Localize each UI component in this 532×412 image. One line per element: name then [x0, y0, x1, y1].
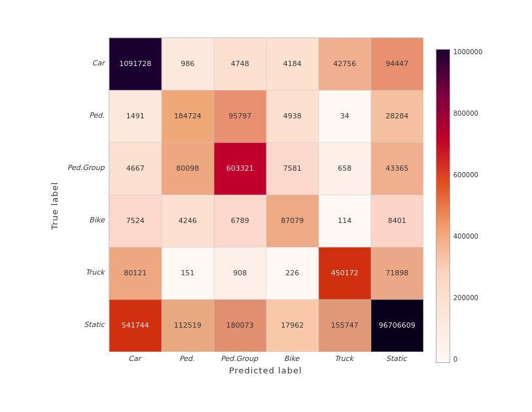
cell-1-2: 95797: [214, 90, 266, 143]
cell-3-3: 87079: [266, 195, 319, 247]
cell-4-5: 71898: [371, 247, 423, 300]
x-tick-label-5: Static: [370, 354, 423, 363]
x-tick-labels: CarPed.Ped.GroupBikeTruckStatic: [109, 351, 423, 363]
x-tick-label-2: Ped.Group: [213, 354, 266, 363]
cell-1-1: 184724: [162, 90, 214, 143]
cell-2-5: 43365: [371, 143, 423, 195]
y-ticks-and-grid: CarPed.Ped.GroupBikeTruckStatic 10917289…: [67, 37, 423, 375]
cell-4-0: 80121: [109, 247, 162, 300]
cell-5-0: 541744: [109, 300, 162, 352]
x-axis-label: Predicted label: [109, 366, 423, 375]
colorbar-tick-5: 0: [453, 356, 483, 363]
x-tick-label-0: Car: [109, 354, 161, 363]
cell-5-2: 180073: [214, 300, 266, 352]
grid-and-x: 1091728986474841844275694447149118472495…: [109, 37, 423, 375]
cell-2-0: 4667: [109, 143, 162, 195]
cell-5-4: 155747: [319, 300, 371, 352]
cell-0-0: 1091728: [109, 38, 162, 90]
cell-5-5: 96706609: [371, 300, 423, 352]
colorbar: [436, 49, 450, 363]
y-tick-label-1: Ped.: [89, 112, 105, 119]
colorbar-with-ticks: 10000008000006000004000002000000: [436, 49, 483, 363]
cell-0-2: 4748: [214, 38, 266, 90]
y-tick-labels: CarPed.Ped.GroupBikeTruckStatic: [67, 37, 109, 351]
cell-3-5: 8401: [371, 195, 423, 247]
cell-1-4: 34: [319, 90, 371, 143]
y-tick-label-3: Bike: [89, 216, 104, 224]
cell-2-1: 80098: [162, 143, 214, 195]
cell-3-0: 7524: [109, 195, 162, 247]
cell-4-3: 226: [266, 247, 319, 300]
cell-0-3: 4184: [266, 38, 319, 90]
cell-5-3: 17962: [266, 300, 319, 352]
y-tick-label-2: Ped.Group: [67, 164, 105, 171]
colorbar-tick-3: 400000: [453, 233, 483, 240]
cell-5-1: 112519: [162, 300, 214, 352]
cell-4-4: 450172: [319, 247, 371, 300]
x-tick-label-4: Truck: [318, 354, 370, 363]
cell-3-4: 114: [319, 195, 371, 247]
cell-2-2: 603321: [214, 143, 266, 195]
x-tick-label-3: Bike: [266, 354, 318, 363]
y-tick-label-0: Car: [92, 60, 105, 67]
cell-4-2: 908: [214, 247, 266, 300]
chart-container: True label CarPed.Ped.GroupBikeTruckStat…: [0, 0, 532, 412]
cell-4-1: 151: [162, 247, 214, 300]
cell-0-4: 42756: [319, 38, 371, 90]
cell-1-3: 4938: [266, 90, 319, 143]
colorbar-tick-1: 800000: [453, 111, 483, 117]
colorbar-tick-0: 1000000: [453, 49, 483, 56]
y-tick-label-5: Static: [84, 321, 104, 328]
y-tick-label-4: Truck: [86, 269, 105, 276]
confusion-matrix-grid: 1091728986474841844275694447149118472495…: [109, 37, 423, 351]
colorbar-tick-2: 600000: [453, 172, 483, 179]
main-area: True label CarPed.Ped.GroupBikeTruckStat…: [50, 37, 483, 375]
cell-3-1: 4246: [162, 195, 214, 247]
cell-1-0: 1491: [109, 90, 162, 143]
cell-0-5: 94447: [371, 38, 423, 90]
cell-1-5: 28284: [371, 90, 423, 143]
y-axis-label: True label: [50, 182, 60, 230]
cell-2-3: 7581: [266, 143, 319, 195]
cell-2-4: 658: [319, 143, 371, 195]
cell-3-2: 6789: [214, 195, 266, 247]
colorbar-tick-4: 200000: [453, 295, 483, 301]
colorbar-container: 10000008000006000004000002000000: [436, 49, 483, 363]
x-tick-label-1: Ped.: [161, 354, 213, 363]
colorbar-tick-labels: 10000008000006000004000002000000: [450, 49, 483, 363]
cell-0-1: 986: [162, 38, 214, 90]
